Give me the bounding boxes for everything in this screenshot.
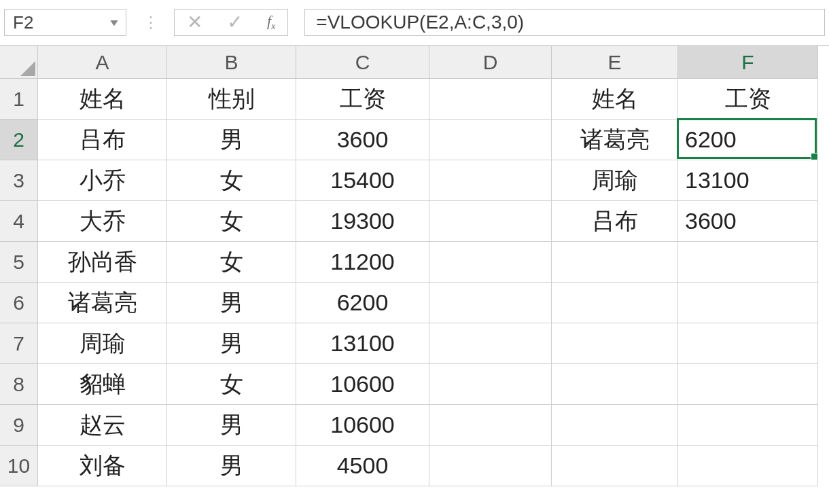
formula-text: =VLOOKUP(E2,A:C,3,0)	[316, 12, 524, 33]
cell-A4[interactable]: 大乔	[38, 201, 167, 242]
cell-B9[interactable]: 男	[167, 405, 296, 446]
cell-F1[interactable]: 工资	[678, 79, 818, 120]
cell-D3[interactable]	[429, 160, 552, 201]
cell-F3[interactable]: 13100	[678, 160, 818, 201]
cell-A5[interactable]: 孙尚香	[38, 242, 167, 283]
cell-B2[interactable]: 男	[167, 120, 296, 160]
cell-F4[interactable]: 3600	[678, 201, 818, 242]
cell-D7[interactable]	[429, 323, 552, 364]
cell-E3[interactable]: 周瑜	[552, 160, 678, 201]
cell-A9[interactable]: 赵云	[38, 405, 167, 446]
cell-D8[interactable]	[429, 364, 552, 405]
cell-C4[interactable]: 19300	[296, 201, 429, 242]
row-header-3[interactable]: 3	[0, 160, 38, 201]
cancel-icon[interactable]: ✕	[187, 13, 202, 32]
row-header-2[interactable]: 2	[0, 120, 38, 160]
cell-B4[interactable]: 女	[167, 201, 296, 242]
cell-F2[interactable]: 6200	[678, 120, 818, 160]
cell-F8[interactable]	[678, 364, 818, 405]
cell-C10[interactable]: 4500	[296, 446, 429, 486]
row-header-7[interactable]: 7	[0, 323, 38, 364]
column-header-E[interactable]: E	[552, 46, 678, 79]
cell-C9[interactable]: 10600	[296, 405, 429, 446]
cell-F6[interactable]	[678, 283, 818, 323]
cell-E6[interactable]	[552, 283, 678, 323]
cell-B7[interactable]: 男	[167, 323, 296, 364]
row-header-1[interactable]: 1	[0, 79, 38, 120]
formula-buttons: ✕ ✓ fx	[174, 9, 288, 36]
cell-F5[interactable]	[678, 242, 818, 283]
cell-A3[interactable]: 小乔	[38, 160, 167, 201]
cell-D2[interactable]	[429, 120, 552, 160]
cell-B8[interactable]: 女	[167, 364, 296, 405]
cell-E10[interactable]	[552, 446, 678, 486]
column-header-C[interactable]: C	[296, 46, 429, 79]
cell-A6[interactable]: 诸葛亮	[38, 283, 167, 323]
cell-B1[interactable]: 性别	[167, 79, 296, 120]
cell-C8[interactable]: 10600	[296, 364, 429, 405]
cell-A10[interactable]: 刘备	[38, 446, 167, 486]
cell-F10[interactable]	[678, 446, 818, 486]
cell-A7[interactable]: 周瑜	[38, 323, 167, 364]
cell-E7[interactable]	[552, 323, 678, 364]
row-header-8[interactable]: 8	[0, 364, 38, 405]
row-header-6[interactable]: 6	[0, 283, 38, 323]
cell-D1[interactable]	[429, 79, 552, 120]
confirm-icon[interactable]: ✓	[227, 13, 243, 32]
cell-E9[interactable]	[552, 405, 678, 446]
row-header-4[interactable]: 4	[0, 201, 38, 242]
cell-A2[interactable]: 吕布	[38, 120, 167, 160]
select-all-corner[interactable]	[0, 46, 38, 79]
row-header-10[interactable]: 10	[0, 446, 38, 486]
row-header-5[interactable]: 5	[0, 242, 38, 283]
cell-D6[interactable]	[429, 283, 552, 323]
cell-B6[interactable]: 男	[167, 283, 296, 323]
cell-A8[interactable]: 貂蝉	[38, 364, 167, 405]
cell-C3[interactable]: 15400	[296, 160, 429, 201]
cell-E4[interactable]: 吕布	[552, 201, 678, 242]
row-header-9[interactable]: 9	[0, 405, 38, 446]
fx-icon[interactable]: fx	[267, 12, 275, 32]
name-box-value: F2	[13, 12, 33, 33]
cell-E8[interactable]	[552, 364, 678, 405]
formula-bar: F2 ▼ ⋮ ✕ ✓ fx =VLOOKUP(E2,A:C,3,0)	[0, 0, 829, 46]
cell-D4[interactable]	[429, 201, 552, 242]
cell-D5[interactable]	[429, 242, 552, 283]
cell-F7[interactable]	[678, 323, 818, 364]
cell-C6[interactable]: 6200	[296, 283, 429, 323]
cell-C7[interactable]: 13100	[296, 323, 429, 364]
cell-E2[interactable]: 诸葛亮	[552, 120, 678, 160]
cell-C5[interactable]: 11200	[296, 242, 429, 283]
cell-C2[interactable]: 3600	[296, 120, 429, 160]
cell-E5[interactable]	[552, 242, 678, 283]
cell-B3[interactable]: 女	[167, 160, 296, 201]
cell-B10[interactable]: 男	[167, 446, 296, 486]
name-box[interactable]: F2 ▼	[4, 9, 126, 36]
column-header-A[interactable]: A	[38, 46, 167, 79]
column-header-B[interactable]: B	[167, 46, 296, 79]
column-header-D[interactable]: D	[429, 46, 552, 79]
cell-D10[interactable]	[429, 446, 552, 486]
formula-input[interactable]: =VLOOKUP(E2,A:C,3,0)	[304, 9, 825, 36]
cell-C1[interactable]: 工资	[296, 79, 429, 120]
formula-bar-separator: ⋮	[143, 13, 158, 32]
column-header-F[interactable]: F	[678, 46, 818, 79]
spreadsheet-grid[interactable]: ABCDEF1姓名性别工资姓名工资2吕布男3600诸葛亮62003小乔女1540…	[0, 46, 829, 486]
cell-B5[interactable]: 女	[167, 242, 296, 283]
cell-F9[interactable]	[678, 405, 818, 446]
cell-E1[interactable]: 姓名	[552, 79, 678, 120]
cell-D9[interactable]	[429, 405, 552, 446]
name-box-dropdown-icon[interactable]: ▼	[107, 17, 120, 28]
cell-A1[interactable]: 姓名	[38, 79, 167, 120]
